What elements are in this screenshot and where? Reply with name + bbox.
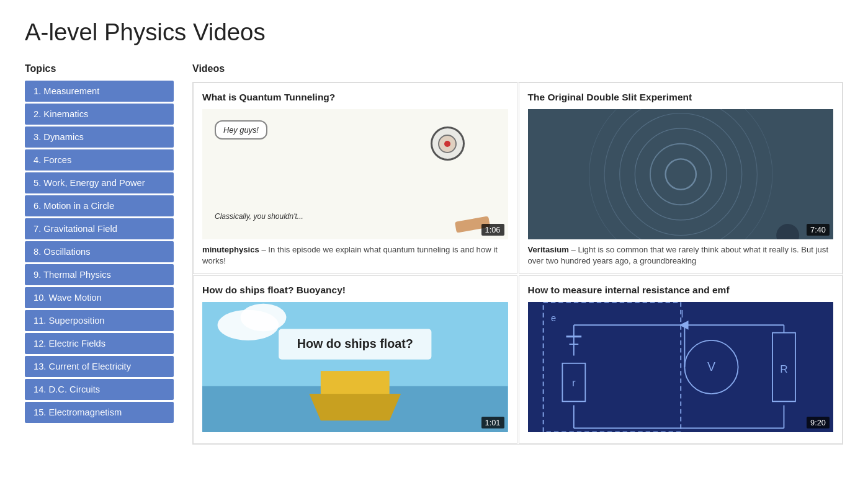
svg-text:How do ships float?: How do ships float? — [297, 337, 413, 350]
sidebar-item-5[interactable]: 5. Work, Energy and Power — [25, 172, 174, 193]
sidebar-item-3[interactable]: 3. Dynamics — [25, 126, 174, 148]
sidebar-item-7[interactable]: 7. Gravitational Field — [25, 218, 174, 239]
svg-text:R: R — [780, 362, 787, 375]
svg-point-12 — [241, 304, 287, 331]
video-card-4[interactable]: How to measure internal resistance and e… — [519, 275, 843, 444]
sidebar-item-11[interactable]: 11. Superposition — [25, 310, 174, 331]
topics-list: 1. Measurement2. Kinematics3. Dynamics4.… — [25, 81, 174, 423]
svg-rect-14 — [321, 371, 390, 394]
main-layout: Topics 1. Measurement2. Kinematics3. Dyn… — [25, 63, 843, 445]
sidebar: Topics 1. Measurement2. Kinematics3. Dyn… — [25, 63, 174, 445]
sidebar-item-9[interactable]: 9. Thermal Physics — [25, 264, 174, 285]
sidebar-item-6[interactable]: 6. Motion in a Circle — [25, 195, 174, 216]
duration-badge-4: 9:20 — [807, 417, 830, 428]
sidebar-item-13[interactable]: 13. Current of Electricity — [25, 356, 174, 377]
content-title: Videos — [192, 63, 843, 74]
page-container: A-level Physics Videos Topics 1. Measure… — [0, 0, 868, 463]
page-title: A-level Physics Videos — [25, 19, 843, 46]
video-thumb-wrap-4: r e V R — [528, 302, 834, 432]
svg-text:V: V — [707, 360, 715, 373]
sidebar-item-10[interactable]: 10. Wave Motion — [25, 287, 174, 308]
duration-badge-2: 7:40 — [807, 224, 830, 236]
sidebar-item-12[interactable]: 12. Electric Fields — [25, 333, 174, 354]
video-card-1[interactable]: What is Quantum Tunneling? Hey guys! — [193, 82, 517, 274]
sidebar-item-8[interactable]: 8. Oscillations — [25, 241, 174, 262]
duration-badge-3: 1:01 — [481, 417, 504, 428]
sidebar-item-2[interactable]: 2. Kinematics — [25, 104, 174, 125]
video-thumbnail-3: How do ships float? — [202, 302, 508, 432]
content-area: Videos What is Quantum Tunneling? Hey gu… — [192, 63, 843, 445]
video-desc-1: minutephysics – In this episode we expla… — [202, 244, 508, 267]
sidebar-title: Topics — [25, 63, 174, 74]
video-title-2: The Original Double Slit Experiment — [528, 92, 834, 103]
sidebar-item-4[interactable]: 4. Forces — [25, 149, 174, 171]
video-title-1: What is Quantum Tunneling? — [202, 92, 508, 103]
video-thumb-wrap-2: 7:40 — [528, 109, 834, 239]
video-title-4: How to measure internal resistance and e… — [528, 285, 834, 296]
svg-text:I: I — [681, 309, 683, 319]
sidebar-item-1[interactable]: 1. Measurement — [25, 81, 174, 102]
video-thumb-wrap-1: Hey guys! Classically, you shouldn't... — [202, 109, 508, 239]
video-thumbnail-4: r e V R — [528, 302, 834, 432]
video-thumbnail-2 — [528, 109, 834, 239]
video-card-3[interactable]: How do ships float? Buoyancy! — [193, 275, 517, 444]
duration-badge-1: 1:06 — [481, 224, 504, 236]
svg-marker-13 — [309, 394, 401, 420]
video-desc-2: Veritasium – Light is so common that we … — [528, 244, 834, 267]
video-thumbnail-1: Hey guys! Classically, you shouldn't... — [202, 109, 508, 239]
sidebar-item-14[interactable]: 14. D.C. Circuits — [25, 379, 174, 400]
sidebar-item-15[interactable]: 15. Electromagnetism — [25, 402, 174, 423]
svg-text:e: e — [550, 313, 555, 323]
svg-text:r: r — [572, 376, 576, 389]
video-thumb-wrap-3: How do ships float? 1:01 — [202, 302, 508, 432]
videos-grid: What is Quantum Tunneling? Hey guys! — [192, 82, 843, 445]
video-title-3: How do ships float? Buoyancy! — [202, 285, 508, 296]
video-card-2[interactable]: The Original Double Slit Experiment — [519, 82, 843, 274]
